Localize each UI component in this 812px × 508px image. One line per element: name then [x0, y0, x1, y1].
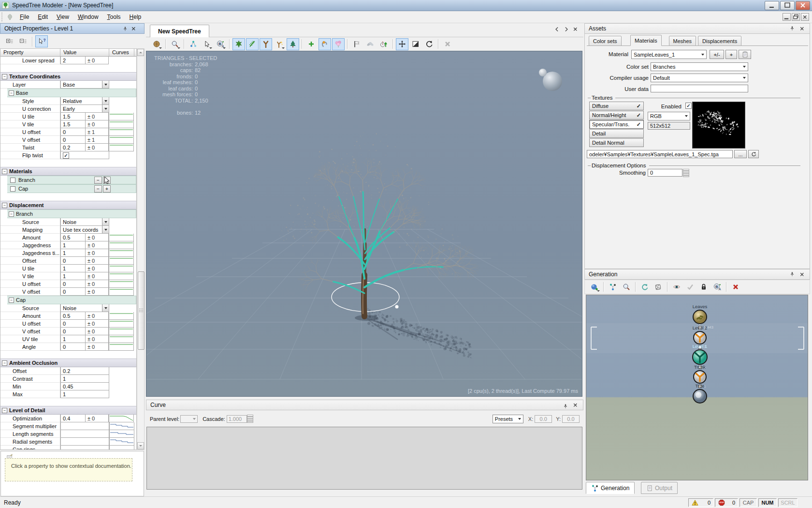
dropdown-u correction[interactable]: Early — [60, 105, 109, 113]
group-materials[interactable]: −Materials — [0, 167, 136, 176]
curve-cell[interactable] — [109, 320, 134, 328]
curve-cell[interactable] — [109, 446, 134, 450]
value-cell[interactable] — [60, 422, 109, 430]
menu-tools[interactable]: Tools — [103, 12, 125, 22]
curve-cell[interactable] — [109, 144, 134, 151]
curve-panel-header[interactable]: Curve — [146, 400, 583, 410]
property-row-mapping[interactable]: MappingUse tex coords — [0, 226, 136, 234]
variance-cell[interactable]: ± 0 — [85, 234, 109, 241]
curve-cell[interactable] — [109, 335, 134, 343]
recompute-icon[interactable] — [638, 281, 651, 293]
property-row-v-tile[interactable]: V tile1.5± 0 — [0, 120, 136, 128]
property-row-amount[interactable]: Amount0.5± 0 — [0, 312, 136, 320]
property-row-source[interactable]: SourceNoise — [0, 304, 136, 312]
render-mode-icon[interactable] — [150, 38, 163, 50]
menu-edit[interactable]: Edit — [33, 12, 52, 22]
variance-cell[interactable]: ± 0 — [85, 113, 109, 120]
texture-slot-detail[interactable]: Detail — [589, 129, 644, 138]
property-table-header[interactable]: Property Value Curves — [0, 49, 136, 57]
value-cell[interactable]: 0.5 — [60, 312, 86, 320]
curve-cell[interactable] — [109, 288, 134, 296]
compiler-usage-dropdown[interactable]: Default — [651, 74, 748, 82]
variance-cell[interactable]: ± 0 — [85, 257, 109, 265]
variance-cell[interactable]: ± 0 — [85, 343, 109, 351]
dropdown-style[interactable]: Relative — [60, 97, 109, 105]
property-row-v-offset[interactable]: V offset0± 1 — [0, 136, 136, 144]
scroll-up-arrow[interactable] — [137, 49, 144, 56]
contextual-help-button[interactable]: ? — [35, 35, 48, 47]
property-row-v-tile[interactable]: V tile1± 0 — [0, 272, 136, 280]
smoothing-spinner[interactable] — [683, 169, 689, 177]
smoothing-field[interactable]: 0 — [648, 169, 682, 177]
value-cell[interactable]: 0.2 — [60, 367, 109, 375]
property-row-length-segments[interactable]: Length segments — [0, 430, 136, 438]
property-row-u-tile[interactable]: U tile1± 0 — [0, 265, 136, 272]
mdi-restore-button[interactable] — [792, 13, 800, 21]
group-level-of-detail[interactable]: −Level of Detail — [0, 406, 136, 415]
texture-slot-diffuse[interactable]: Diffuse✓ — [589, 102, 644, 110]
flag-icon[interactable] — [350, 38, 363, 50]
rotate-icon[interactable] — [423, 38, 435, 50]
zoom-graph-icon[interactable] — [620, 281, 633, 293]
property-row-source[interactable]: SourceNoise — [0, 218, 136, 226]
variance-cell[interactable]: ± 0 — [85, 288, 109, 296]
property-row-jaggedness-ti-[interactable]: Jaggedness ti...1± 0 — [0, 249, 136, 257]
curve-cell[interactable] — [109, 280, 134, 288]
curve-cell[interactable] — [109, 234, 134, 241]
menu-file[interactable]: File — [15, 12, 33, 22]
variance-cell[interactable]: ± 0 — [85, 241, 109, 249]
reload-texture-button[interactable] — [748, 150, 759, 158]
viewport-3d[interactable]: TRIANGLES - SELECTEDbranches:2,068caps:8… — [146, 51, 582, 397]
visibility-icon[interactable] — [670, 281, 683, 293]
variance-cell[interactable]: ± 0 — [85, 120, 109, 128]
menu-help[interactable]: Help — [125, 12, 146, 22]
variance-cell[interactable]: ± 0 — [85, 280, 109, 288]
bottom-tab-output[interactable]: Output — [641, 482, 678, 494]
value-cell[interactable]: 0.4 — [60, 415, 86, 422]
show-forces-icon[interactable] — [319, 38, 331, 50]
bottom-tab-generation[interactable]: Generation — [586, 482, 635, 494]
property-row-cap-rings[interactable]: Cap rings — [0, 446, 136, 450]
material-add-button[interactable]: + — [725, 50, 737, 59]
curve-cell[interactable] — [109, 272, 134, 280]
value-cell[interactable]: 1.5 — [60, 120, 86, 128]
value-cell[interactable]: 0 — [60, 320, 86, 328]
texture-slot-detail-normal[interactable]: Detail Normal — [589, 138, 644, 147]
curve-canvas[interactable] — [146, 427, 582, 490]
value-cell[interactable]: 1 — [60, 249, 86, 257]
value-cell[interactable]: 1 — [60, 375, 109, 383]
subgroup-branch[interactable]: −Branch — [7, 209, 136, 218]
curve-cell[interactable] — [109, 265, 134, 272]
close-panel-icon[interactable] — [798, 271, 806, 278]
paste-material-button[interactable] — [739, 50, 751, 59]
value-cell[interactable]: 0.45 — [60, 383, 109, 390]
curve-cell[interactable] — [109, 120, 134, 128]
curve-cell[interactable] — [109, 415, 134, 422]
assets-panel-header[interactable]: Assets — [584, 23, 810, 34]
value-cell[interactable]: 0 — [60, 128, 86, 136]
randomize-icon[interactable] — [652, 281, 665, 293]
variance-cell[interactable]: ± 0 — [85, 272, 109, 280]
curve-cell[interactable] — [109, 128, 134, 136]
value-cell[interactable]: 2 — [60, 57, 86, 64]
material-dropdown[interactable]: SampleLeaves_1 — [631, 50, 707, 59]
value-cell[interactable]: 1 — [60, 241, 86, 249]
curve-cell[interactable] — [109, 249, 134, 257]
presets-dropdown[interactable]: Presets — [493, 415, 523, 423]
close-button[interactable] — [796, 1, 810, 10]
menu-window[interactable]: Window — [73, 12, 103, 22]
tab-scroll-left-icon[interactable] — [554, 26, 560, 32]
value-cell[interactable]: 0 — [60, 288, 86, 296]
show-branches-icon[interactable] — [260, 38, 272, 50]
group-displacement[interactable]: −Displacement — [0, 201, 136, 209]
curve-cell[interactable] — [109, 257, 134, 265]
browse-button[interactable]: ... — [734, 150, 747, 158]
variance-cell[interactable]: ± 0 — [85, 249, 109, 257]
subgroup-base[interactable]: −Base — [7, 89, 136, 97]
group-texture-coordinates[interactable]: −Texture Coordinates — [0, 72, 136, 81]
property-row-optimization[interactable]: Optimization0.4± 0 — [0, 415, 136, 422]
property-row-style[interactable]: StyleRelative — [0, 97, 136, 105]
selection-mode-icon[interactable] — [409, 38, 422, 50]
material-checkbox[interactable] — [10, 186, 15, 192]
rename-generator-icon[interactable]: BA — [711, 281, 724, 293]
